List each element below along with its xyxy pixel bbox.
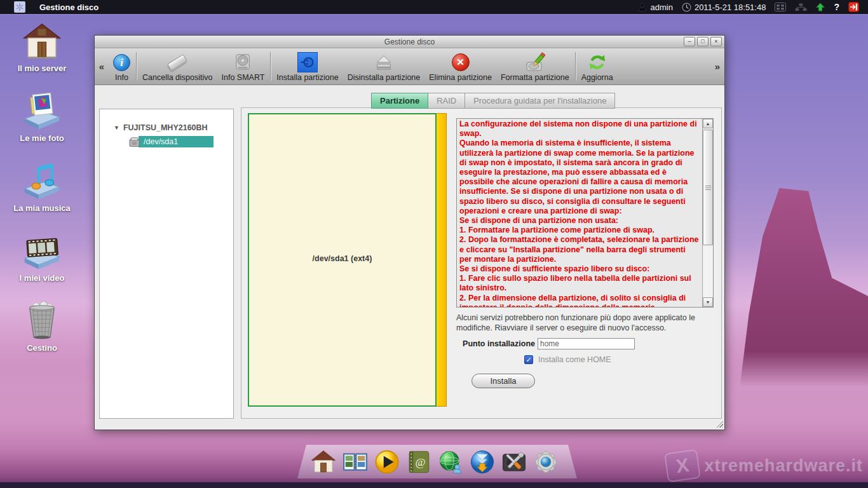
tree-node-partition[interactable]: /dev/sda1 <box>129 136 233 147</box>
toolbar-scroll-left[interactable]: « <box>95 48 109 85</box>
desktop-icon-label: I miei video <box>20 273 65 283</box>
dock-contacts-icon[interactable]: @ <box>404 447 433 476</box>
swap-info-panel: La configurazione del sistema non dispon… <box>456 118 714 308</box>
video-icon <box>22 231 62 271</box>
format-partition-icon <box>525 51 545 73</box>
toolbar-separator <box>575 52 576 81</box>
logout-icon[interactable] <box>848 2 859 12</box>
desktop-icon-my-music[interactable]: La mia musica <box>8 161 76 231</box>
toolbar-separator <box>270 52 271 81</box>
tab-partizione[interactable]: Partizione <box>371 93 428 109</box>
network-status-icon[interactable] <box>795 3 807 11</box>
partition-map: /dev/sda1 (ext4) <box>248 113 447 407</box>
toolbar-button-erase-device[interactable]: Cancella dispositivo <box>138 48 217 85</box>
delete-partition-icon: ✕ <box>452 53 470 71</box>
dock-download-icon[interactable] <box>468 447 496 476</box>
partition-node-label[interactable]: /dev/sda1 <box>139 136 214 147</box>
window-resize-grip[interactable] <box>715 419 723 428</box>
tab-raid[interactable]: RAID <box>428 93 465 109</box>
desktop-icon-label: Le mie foto <box>20 133 64 143</box>
mount-point-label: Punto installazione <box>456 339 535 348</box>
mount-point-row: Punto installazione <box>456 338 635 349</box>
photos-icon <box>22 92 62 131</box>
scroll-up-arrow[interactable]: ▲ <box>703 119 713 128</box>
dock-media-player-icon[interactable] <box>372 447 401 476</box>
swap-info-text: La configurazione del sistema non dispon… <box>457 119 702 307</box>
dock-settings-gear-icon[interactable] <box>531 447 560 476</box>
minimize-button[interactable]: – <box>684 37 695 46</box>
toolbar-button-unmount-partition[interactable]: Disinstalla partizione <box>343 48 425 85</box>
window-content: Partizione RAID Procedura guidata per l'… <box>95 85 724 429</box>
username: admin <box>650 3 672 12</box>
user-icon <box>638 3 647 11</box>
eject-icon <box>374 51 393 73</box>
toolbar-button-delete-partition[interactable]: ✕ Elimina partizione <box>424 48 496 85</box>
tree-node-disk[interactable]: ▼ FUJITSU_MHY2160BH <box>114 123 233 132</box>
app-grid-icon[interactable] <box>775 3 786 11</box>
tab-installation-wizard[interactable]: Procedura guidata per l'installazione <box>465 93 615 109</box>
trash-icon <box>22 301 62 341</box>
application-dock: @ <box>297 445 577 478</box>
tree-disk-name: FUJITSU_MHY2160BH <box>123 123 208 132</box>
desktop-icon-column: Il mio server Le mie foto La mi <box>8 22 76 371</box>
snowflake-app-icon[interactable] <box>14 1 25 13</box>
toolbar-button-refresh[interactable]: Aggiorna <box>577 48 618 85</box>
tab-bar: Partizione RAID Procedura guidata per l'… <box>371 93 615 109</box>
service-restart-notice: Alcuni servizi potrebbero non funzionare… <box>456 313 722 333</box>
install-as-home-checkbox[interactable] <box>524 355 533 364</box>
desktop-icon-my-photos[interactable]: Le mie foto <box>8 92 76 161</box>
clock-icon <box>682 3 691 12</box>
install-button[interactable]: Installa <box>471 374 535 388</box>
disk-management-window: Gestione disco – □ × « i Info Cancella d… <box>94 35 725 430</box>
info-icon: i <box>113 54 130 71</box>
partition-detail-pane: /dev/sda1 (ext4) La configurazione del s… <box>241 107 722 419</box>
harddisk-icon <box>233 51 252 73</box>
help-icon[interactable]: ? <box>834 2 839 12</box>
toolbar-button-smart-info[interactable]: Info SMART <box>217 48 269 85</box>
ground-strip <box>0 482 868 488</box>
datetime-text: 2011-5-21 18:51:48 <box>695 3 766 12</box>
toolbar-button-mount-partition[interactable]: Installa partizione <box>272 48 342 85</box>
window-titlebar[interactable]: Gestione disco – □ × <box>95 36 724 48</box>
music-icon <box>22 161 62 201</box>
dock-tools-icon[interactable] <box>499 447 528 476</box>
upgrade-icon[interactable] <box>816 3 825 11</box>
mount-point-input[interactable] <box>538 338 635 349</box>
toolbar-separator <box>136 52 137 81</box>
partition-disk-icon <box>129 137 140 147</box>
dock-network-places-icon[interactable] <box>436 447 465 476</box>
refresh-icon <box>588 51 607 73</box>
maximize-button[interactable]: □ <box>697 37 709 46</box>
free-space-strip[interactable] <box>437 113 447 407</box>
desktop-icon-trash[interactable]: Cestino <box>8 301 76 371</box>
watermark-text: xtremehardware.it <box>704 456 863 476</box>
svg-text:@: @ <box>415 456 425 468</box>
site-watermark: X xtremehardware.it <box>666 451 863 480</box>
user-menu[interactable]: admin <box>638 3 672 12</box>
partition-block-sda1[interactable]: /dev/sda1 (ext4) <box>248 113 437 407</box>
clock-widget[interactable]: 2011-5-21 18:51:48 <box>682 3 766 12</box>
install-as-home-label: Installa come HOME <box>538 355 611 364</box>
scrollbar[interactable]: ▲ ▼ <box>702 119 713 307</box>
window-title: Gestione disco <box>95 37 724 46</box>
desktop-icon-label: Cestino <box>27 343 57 353</box>
desktop-icon-my-server[interactable]: Il mio server <box>8 22 76 92</box>
eraser-icon <box>167 54 187 71</box>
topbar-app-title: Gestione disco <box>39 3 98 12</box>
desktop-icon-label: La mia musica <box>13 203 71 213</box>
scrollbar-grip <box>705 186 711 190</box>
toolbar-button-format-partition[interactable]: Formatta partizione <box>496 48 574 85</box>
tree-expand-caret[interactable]: ▼ <box>114 125 119 131</box>
toolbar-scroll-right[interactable]: » <box>710 48 724 85</box>
close-button[interactable]: × <box>710 37 722 46</box>
desktop-icon-my-videos[interactable]: I miei video <box>8 231 76 301</box>
window-toolbar: « i Info Cancella dispositivo Info SMART… <box>95 48 724 85</box>
system-top-bar: Gestione disco admin 2011-5-21 18:51:48 … <box>0 0 868 15</box>
partition-block-label: /dev/sda1 (ext4) <box>249 254 435 263</box>
scrollbar-thumb[interactable] <box>703 130 713 245</box>
dock-home-icon[interactable] <box>309 447 337 476</box>
scroll-down-arrow[interactable]: ▼ <box>703 297 713 307</box>
dock-photo-album-icon[interactable] <box>341 447 369 476</box>
toolbar-button-info[interactable]: i Info <box>109 48 135 85</box>
desktop-icon-label: Il mio server <box>18 64 67 73</box>
